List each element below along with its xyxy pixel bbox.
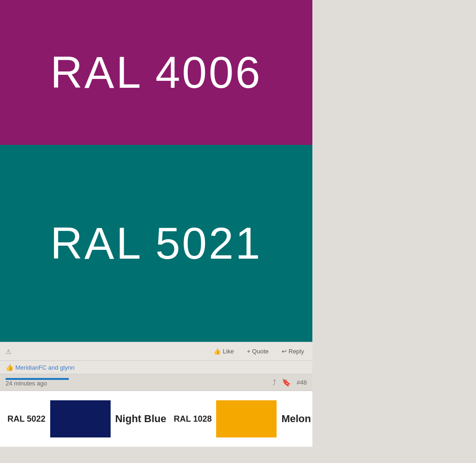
ral5021-label: RAL 5021: [50, 218, 262, 269]
reply-label: Reply: [289, 348, 304, 355]
reaction-like: 👍 MeridianFC and glynn: [6, 364, 74, 371]
reply-arrow-icon: ↩: [282, 348, 287, 355]
ral5022-code: RAL 5022: [7, 414, 46, 424]
ral1028-code: RAL 1028: [174, 414, 212, 424]
ral4006-swatch: RAL 4006: [0, 0, 312, 145]
ral5022-name: Night Blue: [115, 413, 166, 425]
quote-button[interactable]: + Quote: [244, 346, 271, 357]
ral5022-chip: RAL 5022 Night Blue: [7, 400, 166, 437]
action-bar: ⚠ 👍 Like + Quote ↩ Reply: [0, 342, 312, 360]
post-number: #48: [297, 379, 307, 386]
main-content: RAL 4006 RAL 5021 ⚠ 👍 Like + Quote ↩: [0, 0, 312, 447]
like-button[interactable]: 👍 Like: [211, 346, 237, 357]
action-bar-left: ⚠: [6, 348, 12, 355]
page-wrapper: RAL 4006 RAL 5021 ⚠ 👍 Like + Quote ↩: [0, 0, 476, 447]
reaction-names[interactable]: MeridianFC and glynn: [15, 364, 74, 371]
ral-chips-section: RAL 5022 Night Blue RAL 1028 Melon Yello…: [0, 391, 312, 447]
ral1028-color-swatch: [216, 400, 277, 437]
ral1028-chip: RAL 1028 Melon Yellow: [174, 400, 312, 437]
reply-button[interactable]: ↩ Reply: [279, 346, 307, 357]
like-label: Like: [223, 348, 234, 355]
post-actions-right: ⤴ 🔖 #48: [272, 378, 307, 387]
like-thumb-icon: 👍: [213, 348, 221, 355]
ral4006-label: RAL 4006: [50, 47, 262, 98]
ral5021-swatch: RAL 5021: [0, 145, 312, 342]
ral1028-name: Melon Yellow: [281, 413, 312, 425]
post-meta-bar: 24 minutes ago ⤴ 🔖 #48: [0, 374, 312, 391]
quote-label: + Quote: [247, 348, 269, 355]
bookmark-icon[interactable]: 🔖: [282, 378, 291, 387]
right-sidebar: [312, 0, 476, 447]
warn-icon[interactable]: ⚠: [6, 348, 12, 355]
reactions-bar: 👍 MeridianFC and glynn: [0, 360, 312, 374]
action-bar-right: 👍 Like + Quote ↩ Reply: [211, 346, 307, 357]
ral5022-color-swatch: [50, 400, 111, 437]
post-time: 24 minutes ago: [6, 380, 69, 387]
share-icon[interactable]: ⤴: [272, 378, 276, 387]
reaction-like-icon: 👍: [6, 364, 13, 371]
